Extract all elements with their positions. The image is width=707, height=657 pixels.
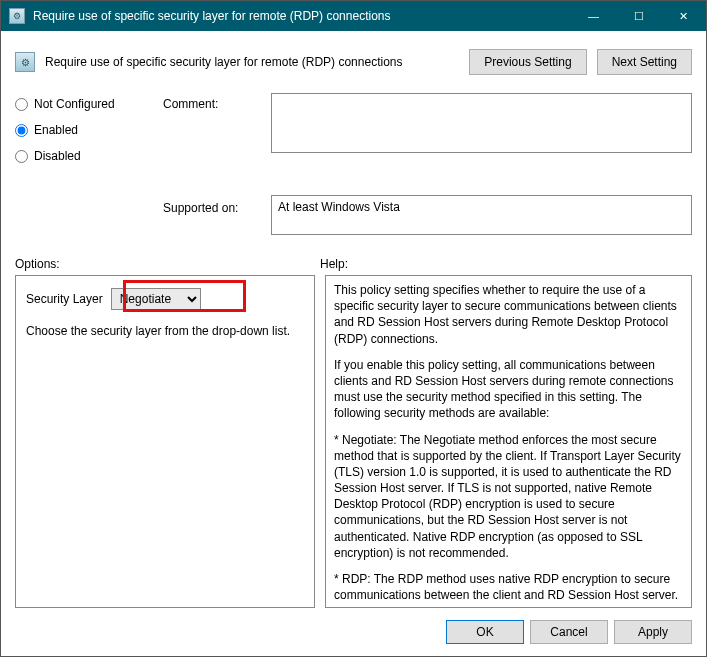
ok-button[interactable]: OK <box>446 620 524 644</box>
header-row: ⚙ Require use of specific security layer… <box>15 49 692 75</box>
options-label: Options: <box>15 257 320 271</box>
supported-on-value: At least Windows Vista <box>271 195 692 235</box>
radio-not-configured[interactable]: Not Configured <box>15 97 155 111</box>
previous-setting-button[interactable]: Previous Setting <box>469 49 586 75</box>
panel-labels: Options: Help: <box>15 257 692 271</box>
radio-disabled-label: Disabled <box>34 149 81 163</box>
radio-enabled[interactable]: Enabled <box>15 123 155 137</box>
options-panel: Security Layer NegotiateRDPSSL Choose th… <box>15 275 315 608</box>
cancel-button[interactable]: Cancel <box>530 620 608 644</box>
help-paragraph: * RDP: The RDP method uses native RDP en… <box>334 571 683 603</box>
state-grid: Not Configured Enabled Disabled Comment:… <box>15 93 692 239</box>
choose-layer-text: Choose the security layer from the drop-… <box>26 324 304 338</box>
window-controls: — ☐ ✕ <box>571 1 706 31</box>
footer-buttons: OK Cancel Apply <box>15 608 692 644</box>
supported-on-label: Supported on: <box>163 195 263 215</box>
help-paragraph: If you enable this policy setting, all c… <box>334 357 683 422</box>
apply-button[interactable]: Apply <box>614 620 692 644</box>
close-button[interactable]: ✕ <box>661 1 706 31</box>
policy-title: Require use of specific security layer f… <box>45 55 459 69</box>
radio-not-configured-input[interactable] <box>15 98 28 111</box>
next-setting-button[interactable]: Next Setting <box>597 49 692 75</box>
comment-label: Comment: <box>163 93 263 111</box>
maximize-button[interactable]: ☐ <box>616 1 661 31</box>
radio-enabled-input[interactable] <box>15 124 28 137</box>
policy-icon: ⚙ <box>9 8 25 24</box>
security-layer-label: Security Layer <box>26 292 103 306</box>
policy-header-icon: ⚙ <box>15 52 35 72</box>
comment-textarea[interactable] <box>271 93 692 153</box>
radio-disabled[interactable]: Disabled <box>15 149 155 163</box>
radio-not-configured-label: Not Configured <box>34 97 115 111</box>
minimize-button[interactable]: — <box>571 1 616 31</box>
help-label: Help: <box>320 257 692 271</box>
radio-disabled-input[interactable] <box>15 150 28 163</box>
help-panel[interactable]: This policy setting specifies whether to… <box>325 275 692 608</box>
radio-enabled-label: Enabled <box>34 123 78 137</box>
help-paragraph: * Negotiate: The Negotiate method enforc… <box>334 432 683 562</box>
security-layer-select[interactable]: NegotiateRDPSSL <box>111 288 201 310</box>
window-title: Require use of specific security layer f… <box>33 9 571 23</box>
help-paragraph: This policy setting specifies whether to… <box>334 282 683 347</box>
titlebar: ⚙ Require use of specific security layer… <box>1 1 706 31</box>
panels: Security Layer NegotiateRDPSSL Choose th… <box>15 275 692 608</box>
